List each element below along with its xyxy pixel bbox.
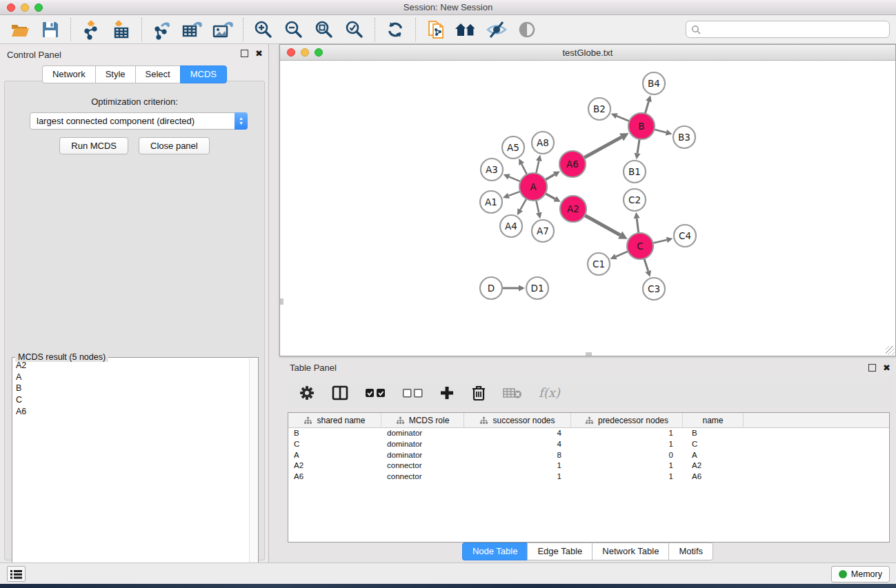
criterion-dropdown[interactable]: largest connected component (directed) ▲… [30,112,248,130]
memory-button[interactable]: Memory [831,566,890,582]
hide-panel-eye-icon[interactable] [484,17,510,42]
result-item[interactable]: A2 [13,360,249,372]
table-settings-gear-icon[interactable] [299,385,315,401]
cell[interactable]: 1 [464,472,571,483]
cell[interactable]: 4 [464,428,571,439]
cell[interactable]: C [683,439,744,450]
table-row[interactable]: A6connector11A6 [288,472,889,483]
tab-network[interactable]: Network [42,65,95,83]
select-all-checkboxes-icon[interactable] [365,388,386,398]
task-history-button[interactable] [7,566,26,582]
export-network-icon[interactable] [149,17,175,42]
result-item[interactable]: A6 [13,405,249,417]
result-item[interactable]: A [13,372,249,383]
zoom-selected-icon[interactable] [341,17,368,42]
cell[interactable]: connector [381,472,464,483]
edge-C-C3[interactable] [645,270,651,277]
edge-A-A7[interactable] [536,212,542,219]
export-table-icon[interactable] [179,17,206,42]
cell[interactable]: B [683,428,744,439]
network-close-button[interactable] [287,48,295,57]
edge-D-D1[interactable] [519,285,525,291]
search-field[interactable] [686,21,890,38]
table-row[interactable]: Cdominator41C [288,439,889,450]
tab-select[interactable]: Select [135,65,180,83]
column-header-name[interactable]: name [683,413,744,428]
close-window-button[interactable] [7,3,15,12]
cell[interactable]: A [683,450,744,461]
column-header-predecessor-nodes[interactable]: predecessor nodes [571,413,683,428]
search-input[interactable] [704,25,889,34]
maximize-window-button[interactable] [34,3,43,12]
delete-column-trash-icon[interactable] [471,385,486,401]
cell[interactable]: 1 [571,439,683,450]
clone-network-icon[interactable] [423,17,449,42]
tab-edge-table[interactable]: Edge Table [527,543,592,560]
column-manager-icon[interactable] [332,385,348,401]
column-header-shared-name[interactable]: shared name [288,413,381,428]
refresh-icon[interactable] [382,17,408,42]
cell[interactable]: A6 [288,472,381,483]
cell[interactable]: A2 [683,460,744,472]
horizontal-scrollbar-thumb[interactable] [586,352,592,356]
function-builder-icon[interactable]: f(x) [539,385,560,400]
float-table-panel-icon[interactable] [868,364,876,372]
open-session-icon[interactable] [7,17,33,42]
vertical-scrollbar-thumb[interactable] [280,298,283,305]
cell[interactable]: 1 [571,460,683,472]
run-mcds-button[interactable]: Run MCDS [59,137,128,154]
minimize-window-button[interactable] [21,3,29,12]
cell[interactable]: 1 [571,428,683,439]
edge-B-B1[interactable] [635,153,641,160]
import-network-icon[interactable] [78,17,104,42]
cell[interactable]: C [288,439,381,450]
deselect-all-checkboxes-icon[interactable] [402,388,423,398]
cell[interactable]: dominator [381,428,464,439]
add-column-icon[interactable] [439,385,455,401]
tab-node-table[interactable]: Node Table [462,543,528,560]
table-row[interactable]: Adominator80A [288,450,889,461]
close-panel-button[interactable]: Close panel [139,137,210,154]
cell[interactable]: 0 [571,450,683,461]
close-table-panel-icon[interactable]: ✖ [883,364,890,372]
import-table-icon[interactable] [108,17,135,42]
cell[interactable]: 4 [464,439,571,450]
tab-network-table[interactable]: Network Table [592,543,668,560]
tab-mcds[interactable]: MCDS [180,65,227,83]
tab-motifs[interactable]: Motifs [668,543,713,560]
network-graph[interactable]: AA1A2A3A4A5A6A7A8BB1B2B3B4CC1C2C3C4DD1 [280,61,895,356]
cell[interactable]: B [288,428,381,439]
cell[interactable]: A [288,450,381,461]
table-row[interactable]: A2connector11A2 [288,460,889,472]
column-header-mcds-role[interactable]: MCDS role [381,413,464,428]
result-item[interactable]: B [13,383,249,394]
cell[interactable]: 1 [464,460,571,472]
export-image-icon[interactable] [210,17,236,42]
network-minimize-button[interactable] [301,48,309,57]
edge-C-C2[interactable] [634,212,640,219]
result-item[interactable]: C [13,394,249,406]
show-panel-eye-icon[interactable] [514,17,540,42]
cell[interactable]: dominator [381,439,464,450]
home-icon[interactable] [453,17,479,42]
network-canvas[interactable]: AA1A2A3A4A5A6A7A8BB1B2B3B4CC1C2C3C4DD1 [280,61,895,356]
cell[interactable]: A6 [683,472,744,483]
zoom-out-icon[interactable] [281,17,307,42]
cell[interactable]: 1 [571,472,683,483]
zoom-in-icon[interactable] [250,17,277,42]
cell[interactable]: A2 [288,460,381,472]
network-maximize-button[interactable] [315,48,323,57]
cell[interactable]: connector [381,460,464,472]
edge-B-B4[interactable] [646,95,652,102]
edge-A-A8[interactable] [536,155,542,162]
edge-B-B3[interactable] [666,130,673,136]
close-panel-icon[interactable]: ✖ [255,50,263,57]
column-header-successor-nodes[interactable]: successor nodes [464,413,571,428]
cell[interactable]: 8 [464,450,571,461]
table-row[interactable]: Bdominator41B [288,428,889,439]
result-scrollbar[interactable] [249,358,257,588]
cell[interactable]: dominator [381,450,464,461]
save-session-icon[interactable] [37,17,63,42]
tab-style[interactable]: Style [95,65,135,83]
zoom-fit-icon[interactable] [311,17,337,42]
